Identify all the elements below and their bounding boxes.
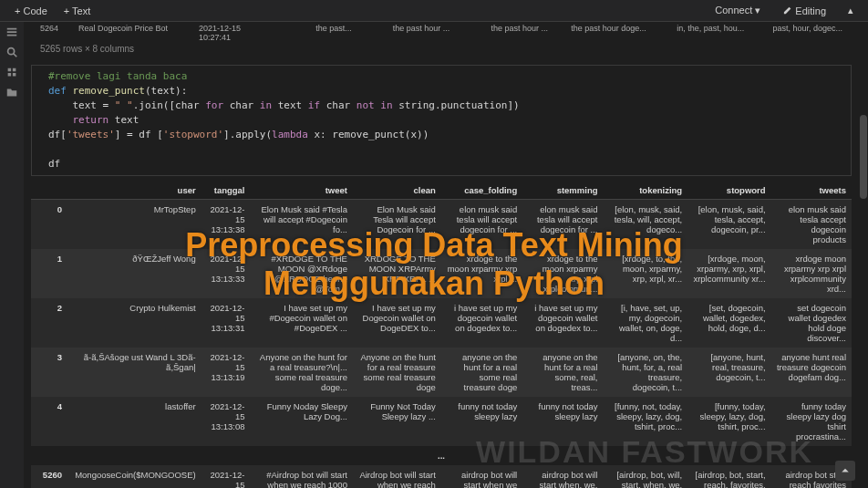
dataframe-output: usertanggaltweetcleancase_foldingstemmin… (31, 182, 852, 488)
sidebar (0, 22, 24, 488)
dataframe-table: usertanggaltweetcleancase_foldingstemmin… (31, 182, 852, 488)
menu-chevron-icon[interactable]: ▴ (841, 3, 861, 18)
ellipsis-row: ... (31, 446, 852, 465)
column-header: tokenizing (604, 182, 688, 200)
editing-button[interactable]: Editing (775, 4, 833, 18)
column-header: clean (353, 182, 441, 200)
chevron-down-icon: ▾ (755, 5, 760, 16)
code-cell[interactable]: [ ] #remove lagi tanda baca def remove_p… (31, 65, 852, 176)
table-row: 3ã-ã,ŠAšoge ust Wand L 3Dã-ã,Šgan|2021-1… (31, 348, 852, 397)
table-row: 0MrTopStep2021-12-15 13:13:38Elon Musk s… (31, 200, 852, 250)
svg-point-0 (8, 48, 15, 55)
pencil-icon (782, 6, 791, 16)
column-header: user (67, 182, 202, 200)
scrollbar-vertical[interactable] (859, 22, 868, 488)
column-header: tanggal (202, 182, 251, 200)
column-header: case_folding (441, 182, 522, 200)
toc-icon[interactable] (5, 26, 18, 38)
previous-output: [ ] 5264 Real Dogecoin Price Bot 2021-12… (24, 22, 859, 59)
column-header (31, 182, 67, 200)
table-row: 2Crypto Hulkemist2021-12-15 13:13:31I ha… (31, 298, 852, 348)
add-code-button[interactable]: + Code (7, 4, 55, 18)
table-row: 5260MongooseCoin($MONGOOSE)2021-12-15 10… (31, 465, 852, 488)
variables-icon[interactable] (5, 66, 18, 78)
chevron-up-icon (840, 465, 851, 476)
add-text-button[interactable]: + Text (57, 4, 98, 18)
table-row: 4lastoffer2021-12-15 13:13:08Funny Noday… (31, 397, 852, 446)
connect-button[interactable]: Connect ▾ (708, 3, 768, 18)
column-header: tweet (251, 182, 353, 200)
column-header: stemming (522, 182, 603, 200)
rows-meta: 5265 rows × 8 columns (40, 44, 842, 54)
scroll-top-button[interactable] (835, 461, 855, 481)
column-header: tweets (771, 182, 852, 200)
scrollbar-thumb[interactable] (860, 115, 867, 199)
search-icon[interactable] (5, 46, 18, 58)
table-row: 1ðŸŒŽJeff Wong2021-12-15 13:13:33#XRDOGE… (31, 249, 852, 298)
code-editor[interactable]: #remove lagi tanda baca def remove_punct… (41, 66, 851, 175)
folder-icon[interactable] (5, 86, 18, 99)
toolbar: + Code + Text Connect ▾ Editing ▴ (0, 0, 868, 22)
main-area: [ ] 5264 Real Dogecoin Price Bot 2021-12… (24, 22, 859, 488)
column-header: stopword (687, 182, 770, 200)
